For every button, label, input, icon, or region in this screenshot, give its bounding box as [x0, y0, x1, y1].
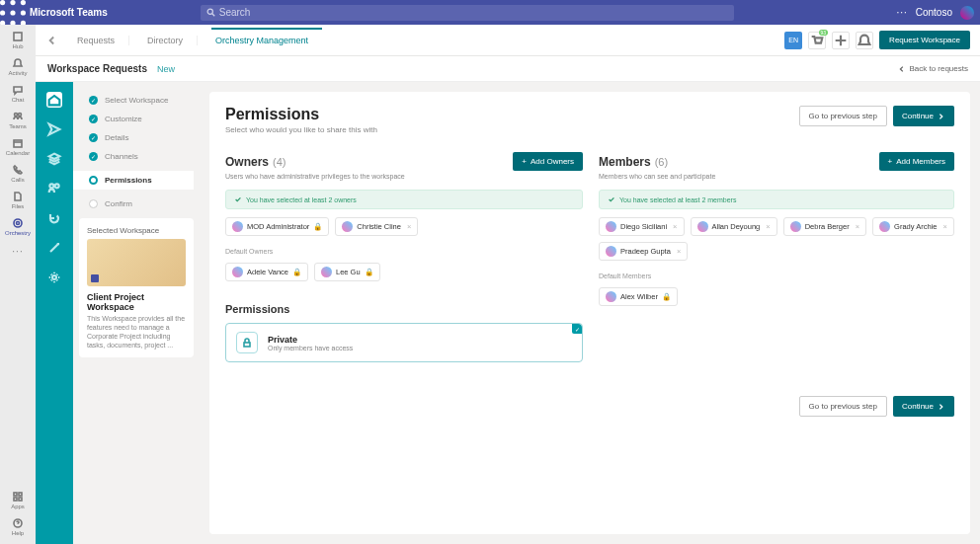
rail-orchestry[interactable]: Orchestry [5, 217, 31, 236]
request-workspace-button[interactable]: Request Workspace [879, 31, 970, 49]
rail-teams[interactable]: Teams [9, 111, 27, 129]
crumb-title: Workspace Requests [47, 63, 147, 74]
lock-icon: 🔒 [313, 222, 322, 231]
rail-calls[interactable]: Calls [11, 164, 24, 183]
back-to-requests[interactable]: Back to requests [898, 64, 968, 73]
svg-point-23 [49, 184, 53, 188]
check-icon [234, 195, 242, 203]
check-icon [608, 195, 615, 203]
svg-point-24 [55, 184, 59, 188]
members-count: (6) [655, 156, 668, 168]
footer-continue-button[interactable]: Continue [893, 396, 954, 417]
svg-point-9 [207, 9, 212, 14]
back-icon[interactable] [45, 34, 59, 47]
svg-rect-14 [14, 140, 22, 147]
arrow-right-icon [938, 113, 945, 120]
rail-more[interactable]: ··· [12, 246, 23, 257]
bell-icon[interactable] [856, 32, 873, 49]
lang-badge[interactable]: EN [784, 32, 802, 49]
owner-chip: MOD Administrator🔒 [225, 217, 329, 236]
rail-activity[interactable]: Activity [8, 57, 27, 76]
remove-icon[interactable]: × [942, 222, 946, 231]
rail-files[interactable]: Files [12, 191, 25, 209]
side-home-icon[interactable] [46, 92, 62, 108]
tab-requests[interactable]: Requests [73, 36, 129, 45]
tab-orchestry-management[interactable]: Orchestry Management [211, 28, 322, 52]
app-tabs: Requests Directory Orchestry Management … [36, 25, 980, 56]
svg-point-16 [14, 219, 22, 227]
step-channels[interactable]: ✓Channels [79, 152, 194, 161]
continue-button[interactable]: Continue [893, 106, 954, 126]
member-default-chip: Alex Wilber🔒 [599, 287, 678, 306]
remove-icon[interactable]: × [407, 222, 411, 231]
owners-sub: Users who have administrative privileges… [225, 173, 583, 180]
member-chip: Debra Berger× [783, 217, 866, 236]
member-chip: Diego Siciliani× [599, 217, 685, 236]
members-banner: You have selected at least 2 members [599, 190, 954, 209]
cart-icon[interactable]: 93 [808, 32, 826, 49]
selected-workspace-label: Selected Workspace [87, 226, 186, 235]
search-input[interactable]: Search [201, 5, 734, 21]
selected-workspace-card: Selected Workspace Client Project Worksp… [79, 218, 194, 357]
page-title: Permissions [225, 106, 377, 123]
teams-rail: Hub Activity Chat Teams Calendar Calls F… [0, 25, 36, 544]
orchestry-sidebar [36, 82, 73, 544]
side-send-icon[interactable] [46, 121, 62, 137]
user-avatar[interactable] [960, 6, 974, 20]
owners-count: (4) [273, 156, 286, 168]
rail-help[interactable]: Help [12, 517, 24, 536]
more-icon[interactable]: ··· [896, 7, 907, 18]
main-content: Permissions Select who would you like to… [209, 92, 970, 534]
arrow-left-icon [898, 65, 906, 73]
waffle-icon[interactable] [0, 0, 26, 26]
workspace-thumbnail [87, 239, 186, 286]
step-customize[interactable]: ✓Customize [79, 115, 194, 123]
side-stack-icon[interactable] [46, 151, 62, 167]
go-previous-button[interactable]: Go to previous step [799, 106, 887, 126]
owners-column: Owners (4) +Add Owners Users who have ad… [225, 152, 583, 362]
remove-icon[interactable]: × [677, 247, 681, 256]
remove-icon[interactable]: × [766, 222, 770, 231]
rail-hub[interactable]: Hub [12, 31, 24, 49]
rail-calendar[interactable]: Calendar [6, 137, 30, 156]
footer-prev-button[interactable]: Go to previous step [799, 396, 887, 417]
spark-icon[interactable] [832, 32, 850, 49]
step-confirm[interactable]: Confirm [79, 199, 194, 208]
side-settings-icon[interactable] [46, 270, 62, 285]
svg-point-5 [21, 10, 26, 15]
rail-apps[interactable]: Apps [11, 491, 25, 509]
arrow-right-icon [938, 403, 945, 411]
svg-line-10 [212, 14, 214, 16]
svg-point-25 [52, 275, 56, 279]
crumb-new: New [157, 64, 175, 74]
members-column: Members (6) +Add Members Members who can… [599, 152, 954, 362]
side-tools-icon[interactable] [46, 240, 62, 256]
org-label[interactable]: Contoso [916, 7, 952, 18]
teams-topbar: Microsoft Teams Search ··· Contoso [0, 0, 980, 25]
members-title: Members [599, 155, 651, 169]
owner-default-chip: Adele Vance🔒 [225, 263, 308, 281]
member-chip: Grady Archie× [872, 217, 954, 236]
privacy-card[interactable]: PrivateOnly members have access ✓ [225, 323, 583, 362]
default-members-label: Default Members [599, 272, 954, 279]
add-members-button[interactable]: +Add Members [879, 152, 954, 171]
svg-point-12 [14, 114, 17, 117]
members-sub: Members who can see and participate [599, 173, 954, 180]
side-people-icon[interactable] [46, 181, 62, 196]
step-permissions[interactable]: Permissions [71, 171, 194, 190]
workspace-desc: This Workspace provides all the features… [87, 314, 186, 350]
add-owners-button[interactable]: +Add Owners [513, 152, 583, 171]
svg-point-1 [10, 0, 15, 5]
side-refresh-icon[interactable] [46, 210, 62, 226]
remove-icon[interactable]: × [856, 222, 859, 231]
svg-rect-20 [14, 498, 17, 501]
step-select-workspace[interactable]: ✓Select Workspace [79, 96, 194, 105]
rail-chat[interactable]: Chat [12, 84, 25, 103]
remove-icon[interactable]: × [673, 222, 677, 231]
member-chip: Allan Deyoung× [691, 217, 777, 236]
step-details[interactable]: ✓Details [79, 133, 194, 142]
tab-directory[interactable]: Directory [143, 36, 198, 45]
default-owners-label: Default Owners [225, 248, 583, 255]
owners-title: Owners [225, 155, 269, 169]
member-chip: Pradeep Gupta× [599, 242, 688, 261]
